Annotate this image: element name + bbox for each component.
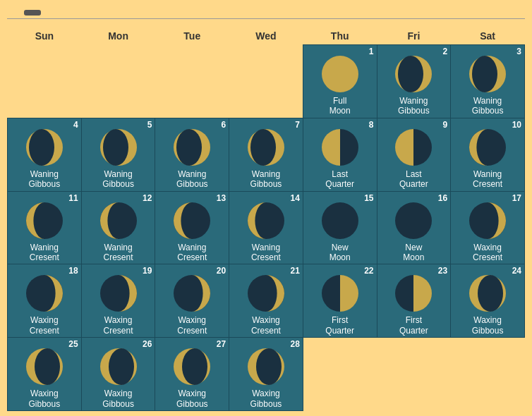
calendar-cell[interactable]: 4WaningGibbous	[8, 118, 82, 191]
calendar-cell[interactable]: 14WaningCresent	[229, 191, 303, 264]
calendar-cell[interactable]: 23FirstQuarter	[377, 264, 451, 338]
dow-header: Tue	[155, 27, 229, 45]
calendar-cell[interactable]: 12WaningCresent	[81, 191, 155, 264]
calendar-cell	[451, 338, 525, 411]
calendar-cell	[155, 45, 229, 118]
dow-header: Wed	[229, 27, 303, 45]
moon-image	[305, 273, 375, 314]
calendar-cell[interactable]: 2WaningGibbous	[377, 45, 451, 118]
day-number: 6	[221, 120, 226, 130]
calendar-cell[interactable]: 25WaxingGibbous	[8, 338, 82, 411]
tab-calendar[interactable]	[24, 10, 41, 16]
calendar-cell	[8, 45, 82, 118]
calendar-cell[interactable]: 18WaxingCresent	[8, 264, 82, 338]
day-number: 26	[143, 339, 152, 349]
day-number: 16	[438, 193, 447, 203]
day-number: 11	[68, 193, 78, 203]
calendar-cell[interactable]: 13WaningCresent	[155, 191, 229, 264]
moon-image	[305, 127, 375, 168]
calendar-cell[interactable]: 22FirstQuarter	[303, 264, 377, 338]
calendar-cell[interactable]: 3WaningGibbous	[451, 45, 525, 118]
calendar-cell	[81, 45, 155, 118]
svg-point-16	[176, 129, 202, 166]
day-number: 23	[438, 266, 447, 276]
calendar-cell[interactable]: 20WaxingCresent	[155, 264, 229, 338]
moon-phase-label: WaxingGibbous	[83, 389, 154, 409]
day-number: 2	[443, 47, 448, 56]
calendar-cell[interactable]: 6WaningGibbous	[155, 118, 229, 191]
calendar-cell[interactable]: 7WaningGibbous	[229, 118, 303, 191]
moon-image	[9, 200, 80, 241]
svg-point-10	[29, 129, 54, 166]
calendar-cell[interactable]: 17WaxingCresent	[451, 191, 525, 264]
moon-phase-label: WaningCresent	[157, 243, 227, 263]
moon-image	[157, 273, 227, 314]
moon-image	[83, 127, 154, 168]
svg-point-50	[478, 275, 503, 312]
moon-phase-label: NewMoon	[305, 243, 375, 263]
calendar-cell[interactable]: 21WaxingCresent	[229, 264, 303, 338]
calendar-cell[interactable]: 11WaningCresent	[8, 191, 82, 264]
day-number: 18	[68, 266, 78, 276]
moon-image	[452, 200, 523, 241]
moon-phase-label: WaningGibbous	[452, 96, 523, 116]
calendar-cell[interactable]: 10WaningCresent	[451, 118, 525, 191]
moon-phase-label: WaningGibbous	[83, 169, 154, 190]
moon-image	[157, 200, 227, 241]
calendar-cell	[303, 338, 377, 411]
day-number: 3	[516, 47, 521, 56]
moon-phase-label: WaningGibbous	[157, 169, 227, 190]
day-number: 17	[512, 193, 521, 203]
day-number: 19	[143, 266, 152, 276]
moon-phase-label: WaxingCresent	[83, 315, 154, 336]
svg-point-1	[322, 56, 358, 92]
moon-phase-label: WaxingGibbous	[9, 389, 80, 409]
calendar-cell[interactable]: 15NewMoon	[303, 191, 377, 264]
dow-header: Thu	[303, 27, 377, 45]
moon-phase-label: WaxingCresent	[157, 315, 227, 336]
day-number: 8	[369, 120, 374, 130]
day-number: 21	[290, 266, 299, 276]
day-number: 10	[512, 120, 521, 130]
calendar-cell[interactable]: 1FullMoon	[303, 45, 377, 118]
moon-image	[379, 54, 449, 94]
calendar-cell[interactable]: 16NewMoon	[377, 191, 451, 264]
nav-tabs	[7, 10, 525, 19]
calendar-cell[interactable]: 28WaxingGibbous	[229, 338, 303, 411]
moon-phase-label: WaningCresent	[83, 243, 154, 263]
svg-point-59	[182, 348, 207, 385]
moon-image	[231, 346, 301, 387]
moon-image	[452, 127, 523, 168]
calendar-cell[interactable]: 8LastQuarter	[303, 118, 377, 191]
calendar-cell[interactable]: 26WaxingGibbous	[81, 338, 155, 411]
moon-image	[83, 200, 154, 241]
moon-phase-label: WaningGibbous	[379, 96, 449, 116]
moon-phase-label: FullMoon	[305, 96, 375, 116]
svg-point-62	[256, 348, 282, 385]
day-number: 28	[290, 339, 299, 349]
calendar-cell[interactable]: 5WaningGibbous	[81, 118, 155, 191]
svg-point-7	[472, 56, 497, 92]
moon-image	[379, 127, 449, 168]
moon-phase-label: WaningGibbous	[9, 169, 80, 190]
day-number: 24	[512, 266, 521, 276]
dow-header: Sat	[451, 27, 525, 45]
moon-phase-label: FirstQuarter	[305, 315, 375, 336]
calendar-cell[interactable]: 19WaxingCresent	[81, 264, 155, 338]
day-number: 14	[290, 193, 299, 203]
calendar-cell[interactable]: 27WaxingGibbous	[155, 338, 229, 411]
svg-point-33	[322, 202, 358, 239]
moon-phase-label: WaxingCresent	[9, 315, 80, 336]
calendar-cell[interactable]: 24WaxingGibbous	[451, 264, 525, 338]
moon-image	[305, 54, 375, 94]
moon-image	[452, 54, 523, 94]
day-number: 7	[295, 120, 300, 130]
moon-phase-label: WaxingGibbous	[157, 389, 227, 409]
moon-phase-label: WaningCresent	[9, 243, 80, 263]
calendar-cell[interactable]: 9LastQuarter	[377, 118, 451, 191]
day-number: 22	[364, 266, 373, 276]
svg-point-53	[35, 348, 60, 385]
day-number: 15	[364, 193, 373, 203]
tab-moon-phases[interactable]	[7, 10, 24, 16]
calendar-cell	[229, 45, 303, 118]
